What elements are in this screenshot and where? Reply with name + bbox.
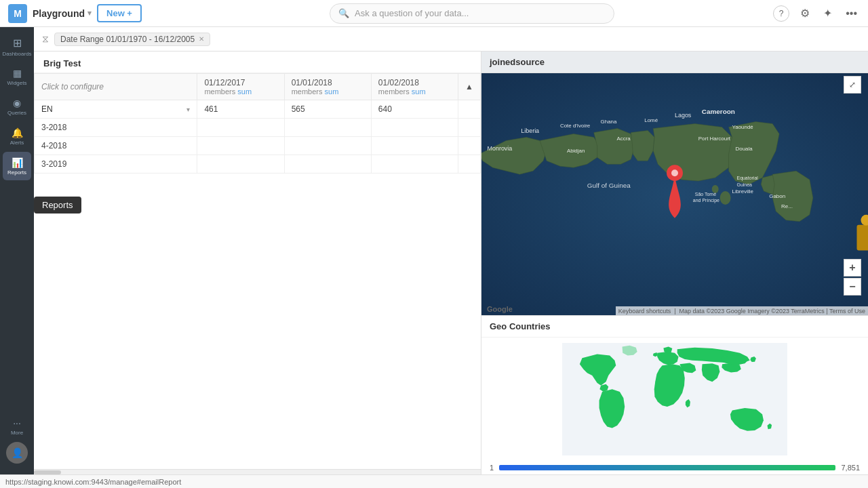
svg-rect-26 xyxy=(857,225,869,251)
col-header-1: 01/12/2017 members sum xyxy=(197,74,284,100)
world-map-svg xyxy=(487,343,863,455)
sidebar-label-dashboards: Dashboards xyxy=(2,51,31,57)
filter-chip-close-icon[interactable]: ✕ xyxy=(199,35,204,43)
topbar: M Playground ▾ New + 🔍 Ask a question of… xyxy=(0,0,868,27)
svg-text:Lagos: Lagos xyxy=(675,112,692,119)
map-section: joinedsource xyxy=(481,52,868,316)
right-panel: joinedsource xyxy=(481,52,868,474)
svg-point-25 xyxy=(671,169,678,176)
main-layout: ⊞ Dashboards ▦ Widgets ◉ Queries 🔔 Alert… xyxy=(0,27,868,474)
svg-text:Douala: Douala xyxy=(736,146,753,152)
sidebar-label-reports: Reports xyxy=(7,169,26,176)
sidebar-label-alerts: Alerts xyxy=(10,140,24,146)
app-logo[interactable]: M xyxy=(8,4,27,23)
svg-text:Equatorial: Equatorial xyxy=(736,176,758,181)
cell-4-2018-2 xyxy=(284,137,371,155)
topbar-left: M Playground ▾ New + xyxy=(8,4,171,23)
legend-min: 1 xyxy=(490,464,494,472)
svg-text:Gulf of Guinea: Gulf of Guinea xyxy=(587,182,631,189)
help-icon[interactable]: ? xyxy=(773,5,789,22)
playground-dropdown-icon[interactable]: ▾ xyxy=(87,9,92,18)
map-zoom-controls: + − xyxy=(844,259,861,296)
filter-chip-label: Date Range 01/01/1970 - 16/12/2005 xyxy=(60,35,195,44)
notifications-icon[interactable]: ✦ xyxy=(821,4,835,22)
settings-icon[interactable]: ⚙ xyxy=(797,4,812,22)
more-options-icon[interactable]: ••• xyxy=(843,5,860,22)
svg-text:Ghana: Ghana xyxy=(601,119,617,125)
cell-en-1: 461 xyxy=(197,100,284,119)
row-group-4-2018: 4-2018 xyxy=(35,137,197,155)
pivot-table: Click to configure 01/12/2017 members su… xyxy=(34,73,481,174)
geo-section: Geo Countries xyxy=(481,316,868,474)
topbar-center: 🔍 Ask a question of your data... xyxy=(176,3,768,24)
search-icon: 🔍 xyxy=(338,8,349,18)
avatar-icon: 👤 xyxy=(12,447,23,458)
svg-text:Cameroon: Cameroon xyxy=(702,108,735,115)
cell-3-2018-4 xyxy=(458,119,481,137)
svg-text:Gabon: Gabon xyxy=(769,193,785,199)
svg-text:São Tomé: São Tomé xyxy=(695,192,716,197)
config-col-header[interactable]: Click to configure xyxy=(35,74,197,100)
cell-3-2018-1 xyxy=(197,119,284,137)
sidebar-item-dashboards[interactable]: ⊞ Dashboards xyxy=(3,33,31,61)
geo-legend: 1 7,851 xyxy=(481,461,868,474)
sidebar-item-widgets[interactable]: ▦ Widgets xyxy=(3,62,31,91)
satellite-map[interactable]: Monrovia Liberia Cote d'Ivoire Ghana Lom… xyxy=(481,52,868,316)
map-section-title: joinedsource xyxy=(481,52,868,73)
sidebar-item-more[interactable]: ··· More xyxy=(3,412,31,441)
playground-title: Playground ▾ xyxy=(33,8,92,19)
scroll-thumb[interactable] xyxy=(34,470,61,474)
table-row: 4-2018 xyxy=(35,137,481,155)
cell-3-2018-2 xyxy=(284,119,371,137)
status-url: https://staging.knowi.com:9443/manage#em… xyxy=(5,478,181,486)
svg-text:Cote d'Ivoire: Cote d'Ivoire xyxy=(560,123,591,129)
table-row: 3-2018 xyxy=(35,119,481,137)
cell-3-2018-3 xyxy=(371,119,458,137)
cell-3-2019-4 xyxy=(458,155,481,174)
reports-icon: 📊 xyxy=(12,157,23,168)
svg-text:Guinea: Guinea xyxy=(736,182,752,187)
statusbar: https://staging.knowi.com:9443/manage#em… xyxy=(0,474,868,488)
map-fullscreen-button[interactable]: ⤢ xyxy=(844,76,861,94)
geo-countries-title: Geo Countries xyxy=(481,316,868,338)
svg-text:Port Harcourt: Port Harcourt xyxy=(698,136,731,142)
map-attribution: Keyboard shortcuts | Map data ©2023 Goog… xyxy=(616,306,868,316)
sidebar-item-reports[interactable]: 📊 Reports xyxy=(3,152,31,180)
zoom-in-button[interactable]: + xyxy=(844,259,861,277)
table-row: 3-2019 xyxy=(35,155,481,174)
filter-chip-date-range[interactable]: Date Range 01/01/1970 - 16/12/2005 ✕ xyxy=(54,33,210,46)
sidebar-label-queries: Queries xyxy=(7,110,26,116)
cell-en-2: 565 xyxy=(284,100,371,119)
map-svg: Monrovia Liberia Cote d'Ivoire Ghana Lom… xyxy=(481,73,868,316)
horizontal-scrollbar[interactable] xyxy=(34,469,481,474)
row-group-en[interactable]: EN ▾ xyxy=(35,100,197,119)
panels: Brig Test Click to configure 01/12/2017 … xyxy=(34,52,868,474)
dashboards-icon: ⊞ xyxy=(13,37,22,49)
col-header-expand[interactable]: ▲ xyxy=(458,74,481,100)
svg-text:Libreville: Libreville xyxy=(732,188,754,195)
svg-text:Accra: Accra xyxy=(616,136,631,142)
sidebar-item-alerts[interactable]: 🔔 Alerts xyxy=(3,122,31,150)
svg-point-2 xyxy=(720,191,731,205)
alerts-icon: 🔔 xyxy=(12,127,23,138)
table-row: EN ▾ 461 565 640 xyxy=(35,100,481,119)
sidebar-item-queries[interactable]: ◉ Queries xyxy=(3,92,31,121)
sidebar: ⊞ Dashboards ▦ Widgets ◉ Queries 🔔 Alert… xyxy=(0,27,34,474)
col-header-3: 01/02/2018 members sum xyxy=(371,74,458,100)
col-header-2: 01/01/2018 members sum xyxy=(284,74,371,100)
svg-text:Yaoundé: Yaoundé xyxy=(732,124,754,130)
sidebar-label-more: More xyxy=(11,430,23,436)
avatar[interactable]: 👤 xyxy=(6,442,28,464)
cell-3-2019-3 xyxy=(371,155,458,174)
more-icon: ··· xyxy=(13,418,21,428)
search-bar[interactable]: 🔍 Ask a question of your data... xyxy=(330,3,614,24)
new-button[interactable]: New + xyxy=(97,4,142,22)
queries-icon: ◉ xyxy=(13,98,21,108)
en-dropdown-arrow[interactable]: ▾ xyxy=(186,106,190,113)
row-group-3-2019: 3-2019 xyxy=(35,155,197,174)
data-table[interactable]: Click to configure 01/12/2017 members su… xyxy=(34,73,481,469)
svg-text:Lomé: Lomé xyxy=(644,117,658,123)
filter-icon: ⧖ xyxy=(42,33,49,45)
widgets-icon: ▦ xyxy=(13,68,22,79)
zoom-out-button[interactable]: − xyxy=(844,278,861,296)
